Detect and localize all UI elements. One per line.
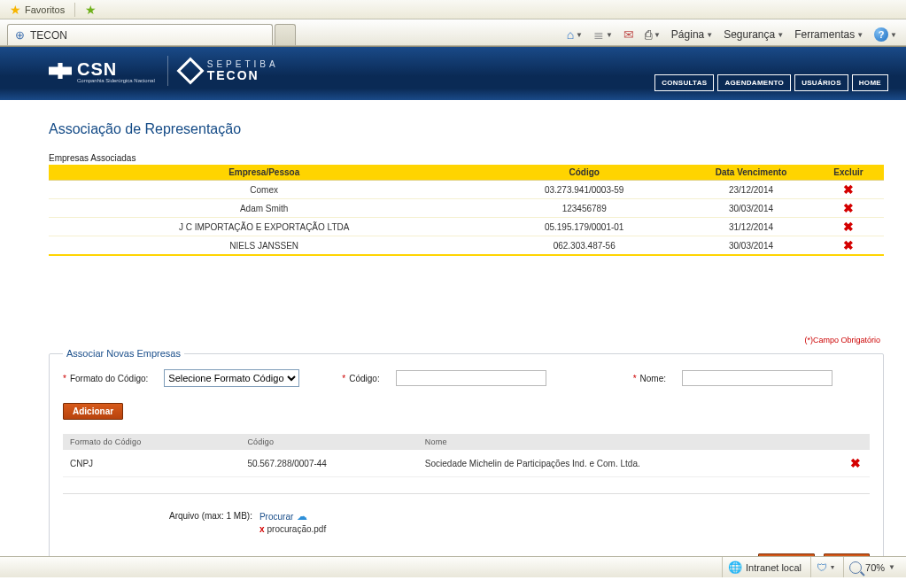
security-menu-label: Segurança — [724, 28, 775, 41]
delete-row-button[interactable]: ✖ — [843, 201, 854, 215]
tecon-logo: SEPETIBA TECON — [181, 60, 279, 81]
cell-codigo: 062.303.487-56 — [479, 236, 689, 256]
table-row: Comex03.273.941/0003-5923/12/2014✖ — [49, 181, 884, 199]
site-header: CSN Companhia Siderúrgica Nacional SEPET… — [0, 47, 906, 100]
pending-companies-table: Formato do Código Código Nome CNPJ50.567… — [63, 434, 870, 477]
chevron-down-icon: ▼ — [606, 31, 613, 39]
delete-row-button[interactable]: ✖ — [843, 220, 854, 234]
nome-input[interactable] — [682, 370, 832, 386]
chevron-down-icon: ▼ — [576, 31, 583, 39]
csn-logo: CSN Companhia Siderúrgica Nacional — [49, 59, 155, 83]
chevron-down-icon: ▾ — [831, 563, 834, 571]
chevron-down-icon: ▼ — [654, 31, 661, 39]
cancelar-button[interactable]: Cancelar — [758, 553, 815, 556]
pcol-nome: Nome — [418, 434, 834, 450]
new-tab-button[interactable] — [275, 24, 296, 45]
rss-icon: ≣ — [593, 28, 604, 41]
cell-excluir: ✖ — [813, 199, 884, 218]
chevron-down-icon: ▼ — [856, 31, 863, 39]
add-favorite-button[interactable]: ★ — [81, 3, 101, 17]
chevron-down-icon: ▼ — [888, 563, 895, 571]
table-row: CNPJ50.567.288/0007-44Sociedade Michelin… — [63, 450, 870, 477]
security-menu[interactable]: Segurança ▼ — [722, 27, 786, 42]
cell-codigo: 05.195.179/0001-01 — [479, 218, 689, 236]
associate-new-fieldset: Associar Novas Empresas *Formato do Códi… — [49, 348, 884, 556]
feeds-button[interactable]: ≣▼ — [592, 27, 615, 42]
associate-new-legend: Associar Novas Empresas — [63, 348, 184, 359]
tab-title: TECON — [30, 29, 67, 42]
cell-data: 23/12/2014 — [689, 181, 813, 199]
nav-agendamento[interactable]: AGENDAMENTO — [717, 74, 791, 91]
browse-label: Procurar — [259, 512, 293, 522]
remove-file-icon[interactable]: x — [259, 524, 265, 534]
cell-excluir: ✖ — [813, 181, 884, 199]
formato-label-text: Formato do Código: — [70, 374, 148, 383]
table-row: J C IMPORTAÇÃO E EXPORTAÇÃO LTDA05.195.1… — [49, 218, 884, 236]
diamond-icon — [176, 57, 204, 84]
col-data: Data Vencimento — [689, 165, 813, 181]
page-menu[interactable]: Página ▼ — [670, 27, 715, 42]
printer-icon: ⎙ — [645, 28, 652, 41]
tools-menu-label: Ferramentas — [794, 28, 855, 41]
cell-excluir: ✖ — [813, 218, 884, 236]
delete-row-button[interactable]: ✖ — [843, 182, 854, 197]
codigo-label-text: Código: — [349, 374, 379, 383]
nome-label: *Nome: — [633, 374, 666, 383]
status-zone[interactable]: 🌐 Intranet local — [722, 557, 807, 577]
delete-row-button[interactable]: ✖ — [843, 238, 854, 252]
tools-menu[interactable]: Ferramentas ▼ — [793, 27, 865, 42]
formato-select[interactable]: Selecione Formato Código — [164, 369, 299, 387]
page-title: Associação de Representação — [49, 121, 884, 137]
favorites-menu[interactable]: ★ Favoritos — [5, 3, 69, 17]
mail-button[interactable]: ✉ — [622, 27, 636, 42]
adicionar-button[interactable]: Adicionar — [63, 403, 123, 420]
chevron-down-icon: ▼ — [777, 31, 784, 39]
status-bar: 🌐 Intranet local 🛡▾ 70% ▼ — [0, 556, 906, 577]
print-button[interactable]: ⎙▼ — [643, 27, 662, 42]
table-row: NIELS JANSSEN062.303.487-5630/03/2014✖ — [49, 236, 884, 256]
cell-data: 31/12/2014 — [689, 218, 813, 236]
csn-subtitle: Companhia Siderúrgica Nacional — [77, 78, 155, 83]
csn-brand-text: CSN — [77, 59, 155, 80]
mail-icon: ✉ — [623, 28, 634, 41]
nav-usuarios[interactable]: USUÁRIOS — [794, 74, 848, 91]
globe-icon: 🌐 — [728, 561, 742, 574]
pcell-codigo: 50.567.288/0007-44 — [240, 450, 417, 477]
page-menu-label: Página — [671, 28, 704, 41]
cell-data: 30/03/2014 — [689, 236, 813, 256]
upload-icon: ☁ — [297, 510, 307, 522]
browse-file-button[interactable]: Procurar ☁ — [259, 510, 326, 522]
nav-home[interactable]: HOME — [852, 74, 888, 91]
cell-data: 30/03/2014 — [689, 199, 813, 218]
chevron-down-icon: ▼ — [706, 31, 713, 39]
col-codigo: Código — [479, 165, 689, 181]
nav-consultas[interactable]: CONSULTAS — [654, 74, 714, 91]
pcell-formato: CNPJ — [63, 450, 240, 477]
page-viewport: CSN Companhia Siderúrgica Nacional SEPET… — [0, 46, 906, 556]
salvar-button[interactable]: Salvar — [824, 553, 870, 556]
chevron-down-icon: ▼ — [890, 31, 897, 39]
pcol-formato: Formato do Código — [63, 434, 240, 450]
attached-file-name: procuração.pdf — [267, 524, 326, 534]
star-add-icon: ★ — [85, 4, 97, 16]
delete-pending-button[interactable]: ✖ — [850, 456, 861, 470]
attached-file[interactable]: xprocuração.pdf — [259, 524, 326, 534]
tecon-main-text: TECON — [207, 69, 279, 81]
file-label: Arquivo (max: 1 MB): — [169, 510, 252, 521]
protected-mode[interactable]: 🛡▾ — [810, 557, 840, 577]
codigo-input[interactable] — [396, 370, 546, 386]
browser-tab-active[interactable]: ⊕ TECON — [7, 24, 273, 45]
pcell-nome: Sociedade Michelin de Participações Ind.… — [418, 450, 834, 477]
zone-label: Intranet local — [746, 562, 801, 573]
cell-codigo: 123456789 — [479, 199, 689, 218]
help-menu[interactable]: ?▼ — [872, 27, 899, 43]
zoom-control[interactable]: 70% ▼ — [843, 557, 901, 577]
pcol-codigo: Código — [240, 434, 417, 450]
home-button[interactable]: ⌂▼ — [565, 27, 585, 42]
home-icon: ⌂ — [567, 28, 574, 41]
empresas-associadas-label: Empresas Associadas — [49, 153, 884, 163]
cell-excluir: ✖ — [813, 236, 884, 256]
bookmarks-bar: ★ Favoritos ★ — [0, 0, 906, 19]
codigo-label: *Código: — [342, 374, 379, 383]
required-field-note: (*)Campo Obrigatório — [49, 336, 880, 344]
